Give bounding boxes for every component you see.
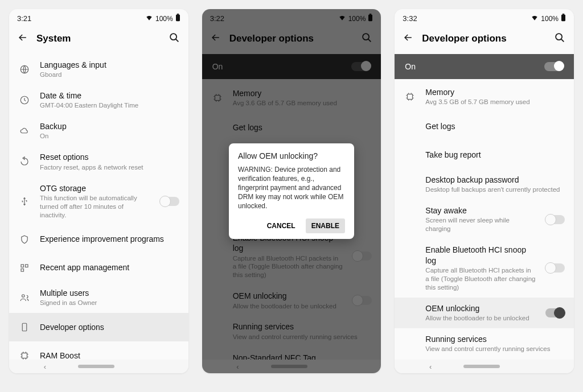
svg-rect-0 [176,15,180,21]
oem-dialog: Allow OEM unlocking? WARNING: Device pro… [229,143,354,240]
row-title: Languages & input [40,60,179,70]
row-recent-apps[interactable]: Recent app management [9,254,188,282]
cloud-icon [18,126,31,136]
master-toggle-label: On [405,62,416,71]
row-stay-awake[interactable]: Stay awake Screen will never sleep while… [395,200,574,239]
phone-screen-oem-dialog: 3:22 100% Developer options On Memory Av… [202,9,381,373]
svg-rect-18 [408,94,413,100]
battery-percent: 100% [155,15,173,23]
svg-rect-10 [22,353,27,358]
row-backup[interactable]: Backup On [9,115,188,146]
row-sub: Gboard [40,71,179,79]
nav-home-pill[interactable] [78,365,114,368]
phone-screen-dev-options: 3:32 100% Developer options On Memory Av… [395,9,574,373]
row-languages-input[interactable]: Languages & input Gboard [9,54,188,85]
chip-icon [18,350,31,360]
row-running-services[interactable]: Running services View and control curren… [395,328,574,359]
svg-rect-16 [563,14,565,15]
battery-icon [175,14,180,23]
users-icon [18,292,31,303]
page-title: Developer options [422,33,545,44]
svg-rect-7 [21,269,24,271]
chip-icon [404,92,416,102]
row-experience-programs[interactable]: Experience improvement programs [9,225,188,254]
dialog-actions: CANCEL ENABLE [238,218,345,233]
svg-rect-9 [22,323,27,331]
dialog-title: Allow OEM unlocking? [238,151,345,160]
stay-awake-toggle[interactable] [545,215,565,224]
master-toggle-bar: On [395,54,574,79]
status-right: 100% [145,14,180,23]
row-get-logs[interactable]: Get logs [395,112,574,141]
settings-list: Memory Avg 3.5 GB of 5.7 GB memory used … [395,79,574,360]
row-multiple-users[interactable]: Multiple users Signed in as Owner [9,282,188,313]
row-otg-storage[interactable]: OTG storage This function will be automa… [9,178,188,225]
row-developer-options[interactable]: Developer options [9,313,188,341]
svg-point-2 [170,34,176,40]
dialog-scrim: Allow OEM unlocking? WARNING: Device pro… [202,9,381,373]
settings-list: Languages & input Gboard Date & time GMT… [9,54,188,360]
bt-snoop-toggle[interactable] [545,263,565,273]
svg-rect-6 [26,265,28,267]
row-desktop-backup[interactable]: Desktop backup password Desktop full bac… [395,169,574,200]
page-header: Developer options [395,26,574,54]
phone-icon [18,322,31,332]
shield-icon [18,234,31,245]
wifi-icon [145,14,153,23]
status-time: 3:32 [403,14,417,23]
reset-icon [18,156,31,167]
row-bt-snoop[interactable]: Enable Bluetooth HCI snoop log Capture a… [395,239,574,297]
row-date-time[interactable]: Date & time GMT-04:00 Eastern Daylight T… [9,85,188,115]
status-bar: 3:21 100% [9,9,188,26]
search-icon[interactable] [168,31,180,46]
wifi-icon [531,14,539,23]
status-right: 100% [531,14,566,23]
row-reset-options[interactable]: Reset options Factory reset, apps & netw… [9,146,188,177]
enable-button[interactable]: ENABLE [306,218,345,233]
svg-rect-5 [21,265,24,267]
search-icon[interactable] [553,31,566,46]
phone-screen-system: 3:21 100% System Languages & input Gboar… [9,9,188,373]
back-icon[interactable] [403,32,414,46]
nav-back-icon[interactable]: ‹ [429,362,432,371]
status-bar: 3:32 100% [395,9,574,26]
oem-toggle[interactable] [545,308,565,317]
row-ram-boost[interactable]: RAM Boost [9,341,188,360]
page-title: System [36,33,160,44]
globe-icon [18,64,31,75]
status-time: 3:21 [17,14,31,23]
nav-bar: ‹ [395,360,574,373]
svg-rect-15 [561,15,565,21]
otg-toggle[interactable] [160,197,179,206]
apps-icon [18,263,31,273]
dialog-body: WARNING: Device protection and verificat… [238,165,345,211]
nav-bar: ‹ [9,360,188,373]
nav-back-icon[interactable]: ‹ [44,362,46,371]
master-toggle[interactable] [544,62,564,71]
svg-point-8 [22,294,25,297]
battery-percent: 100% [541,15,559,23]
battery-icon [561,14,566,23]
row-bug-report[interactable]: Take bug report [395,141,574,169]
back-icon[interactable] [17,32,28,46]
usb-icon [18,196,31,207]
cancel-button[interactable]: CANCEL [261,218,301,233]
row-oem-unlocking[interactable]: OEM unlocking Allow the bootloader to be… [395,298,574,328]
clock-icon [18,95,31,105]
svg-point-17 [556,34,562,40]
nav-home-pill[interactable] [463,365,500,368]
svg-rect-1 [176,14,179,15]
page-header: System [9,26,188,54]
row-memory[interactable]: Memory Avg 3.5 GB of 5.7 GB memory used [395,81,574,112]
